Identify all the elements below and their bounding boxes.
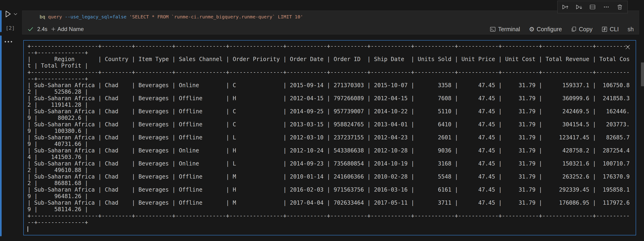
split-cell-button[interactable]: [588, 2, 597, 12]
code-token: --use_legacy_sql=false: [65, 14, 126, 20]
add-name-button[interactable]: Add Name: [51, 26, 84, 32]
execution-count: [2]: [6, 25, 15, 31]
language-picker[interactable]: sh: [628, 26, 634, 33]
cell-toolbar: [558, 1, 628, 13]
code-token: query: [45, 14, 65, 20]
chevron-down-icon[interactable]: [14, 13, 18, 15]
play-icon[interactable]: [4, 9, 12, 19]
trash-icon: [616, 4, 623, 11]
status-left: 2.4s Add Name: [28, 26, 84, 32]
cell-focus-bar: [0, 10, 2, 32]
output-more-actions-icon[interactable]: [5, 41, 12, 43]
execution-duration: 2.4s: [37, 26, 47, 32]
cli-action-button[interactable]: CLI: [602, 26, 619, 33]
command-code[interactable]: bq query --use_legacy_sql=false 'SELECT …: [22, 11, 639, 20]
plus-icon: [51, 27, 56, 32]
cell-status-bar: 2.4s Add Name Terminal ⚙ Config: [22, 25, 639, 33]
terminal-cursor: [28, 226, 28, 232]
copy-icon: [571, 26, 577, 32]
code-cell: bq query --use_legacy_sql=false 'SELECT …: [22, 11, 639, 35]
close-icon[interactable]: [624, 44, 631, 50]
success-check-icon: [28, 26, 34, 32]
configure-action-label: Configure: [537, 26, 562, 33]
language-label: sh: [628, 26, 634, 33]
terminal-action-label: Terminal: [498, 26, 520, 33]
terminal-text[interactable]: +--------------------+---------+--------…: [24, 41, 636, 232]
configure-action-button[interactable]: ⚙ Configure: [529, 26, 562, 33]
run-cell-button[interactable]: [4, 9, 19, 19]
gear-icon: ⚙: [529, 26, 534, 32]
cli-action-label: CLI: [610, 26, 619, 33]
output-focus-bar: [0, 36, 2, 236]
terminal-action-button[interactable]: Terminal: [490, 26, 520, 33]
execute-above-button[interactable]: [561, 2, 570, 12]
cli-icon: [602, 26, 608, 32]
scrollbar-thumb[interactable]: [641, 63, 644, 86]
more-actions-button[interactable]: [602, 2, 611, 12]
code-token: bq: [40, 14, 45, 20]
add-name-label: Add Name: [57, 26, 84, 32]
split-cell-icon: [589, 4, 596, 11]
execute-below-icon: [575, 3, 583, 11]
copy-action-label: Copy: [579, 26, 592, 33]
execute-above-icon: [562, 3, 569, 11]
notebook-page: [2] bq query --use_legacy_sql=false 'SEL…: [0, 0, 644, 241]
more-actions-icon: [603, 4, 610, 11]
execute-below-button[interactable]: [574, 2, 584, 12]
terminal-icon: [490, 26, 496, 32]
status-right: Terminal ⚙ Configure Copy CLI: [490, 26, 634, 33]
terminal-output: +--------------------+---------+--------…: [23, 40, 636, 235]
delete-cell-button[interactable]: [615, 2, 624, 12]
copy-action-button[interactable]: Copy: [571, 26, 592, 33]
code-token: 'SELECT * FROM `runme-ci.runme_bigquery.…: [126, 14, 303, 20]
